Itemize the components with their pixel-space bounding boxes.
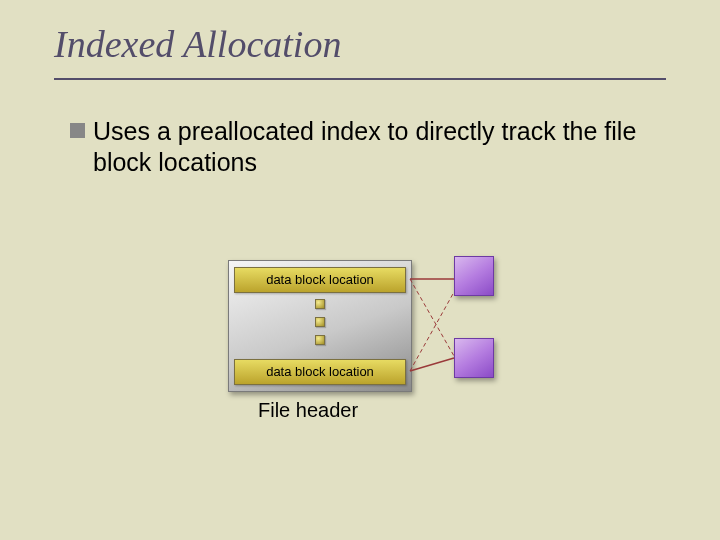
index-cell-top: data block location — [234, 267, 406, 293]
ellipsis-dots — [315, 299, 325, 345]
bullet-row: Uses a preallocated index to directly tr… — [70, 116, 670, 179]
slide-title: Indexed Allocation — [54, 22, 341, 66]
file-header-box: data block location data block location — [228, 260, 412, 392]
square-bullet-icon — [70, 123, 85, 138]
data-block-bot — [454, 338, 494, 378]
svg-line-1 — [410, 279, 454, 356]
bullet-text: Uses a preallocated index to directly tr… — [93, 116, 670, 179]
title-underline — [54, 78, 666, 80]
dot-icon — [315, 299, 325, 309]
dot-icon — [315, 335, 325, 345]
svg-line-3 — [410, 292, 454, 371]
data-block-top — [454, 256, 494, 296]
dot-icon — [315, 317, 325, 327]
file-header-label: File header — [258, 399, 358, 422]
index-cell-bot: data block location — [234, 359, 406, 385]
svg-line-2 — [410, 358, 454, 371]
slide: Indexed Allocation Uses a preallocated i… — [0, 0, 720, 540]
